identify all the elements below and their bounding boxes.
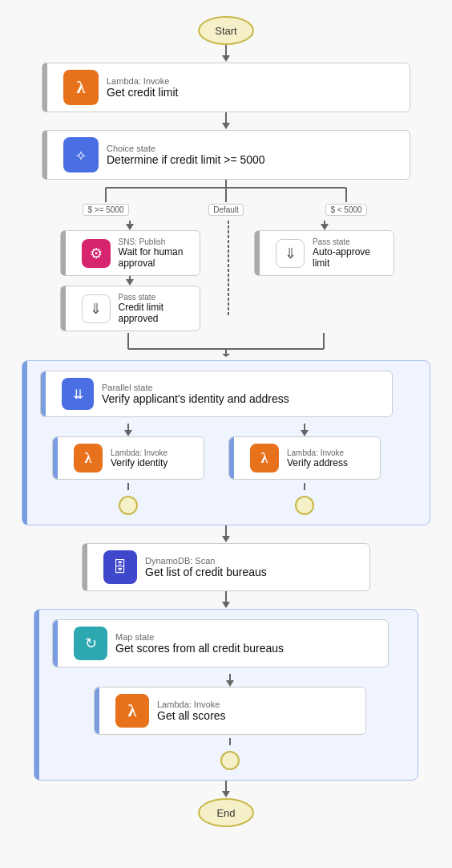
svg-marker-28 [222, 536, 230, 542]
pass-approved-top: Pass state [119, 293, 192, 302]
lambda-address-icon-box: λ [250, 444, 279, 473]
left-bar [42, 63, 47, 112]
choice-top: Choice state [107, 144, 265, 153]
dynamo-text: DynamoDB: Scan Get list of credit bureau… [145, 556, 267, 578]
svg-marker-15 [321, 224, 329, 230]
connector-to-end [220, 781, 232, 798]
branch-center: Default [178, 204, 274, 217]
svg-marker-22 [124, 430, 132, 436]
pass-approved-icon-box: ⇓ [82, 294, 111, 323]
lambda-get-credit-text: Lambda: Invoke Get credit limit [107, 76, 178, 99]
parallel-branches: λ Lambda: Invoke Verify identity [40, 424, 393, 515]
map-end-oval [220, 751, 240, 770]
choice-icon-box: ⟡ [63, 137, 99, 172]
svg-marker-35 [222, 791, 230, 797]
map-state-box[interactable]: ↻ Map state Get scores from all credit b… [52, 619, 389, 667]
parallel-top: Parallel state [102, 383, 289, 392]
lambda-get-credit-box[interactable]: λ Lambda: Invoke Get credit limit [42, 63, 410, 112]
workflow-diagram: Start λ Lambda: Invoke Get credit limit [0, 0, 452, 868]
svg-marker-1 [222, 55, 230, 62]
end-label: End [216, 807, 235, 819]
address-branch: λ Lambda: Invoke Verify address [228, 424, 381, 515]
parallel-state-box[interactable]: ⇊ Parallel state Verify applicant's iden… [40, 371, 393, 417]
identity-branch: λ Lambda: Invoke Verify identity [52, 424, 204, 515]
parallel-container: ⇊ Parallel state Verify applicant's iden… [22, 360, 430, 525]
sns-icon-box: ⚙ [82, 239, 111, 268]
parallel-icon: ⇊ [73, 387, 83, 402]
pass-auto-icon: ⇓ [285, 245, 297, 262]
lambda-get-credit-top: Lambda: Invoke [107, 76, 178, 86]
lambda-identity-icon: λ [85, 450, 92, 467]
svg-marker-20 [222, 354, 230, 357]
choice-main: Determine if credit limit >= 5000 [107, 153, 265, 166]
lambda-scores-icon: λ [128, 700, 137, 721]
merge-lines-svg [58, 333, 394, 357]
label-gte5000: $ >= 5000 [83, 204, 128, 216]
parallel-main: Verify applicant's identity and address [102, 392, 289, 405]
choice-state-box[interactable]: ⟡ Choice state Determine if credit limit… [42, 130, 410, 180]
branch-labels-row: $ >= 5000 Default $ < 5000 [58, 204, 394, 217]
lambda-get-credit-main: Get credit limit [107, 86, 178, 99]
address-end-oval [295, 496, 314, 515]
pass-approved-box[interactable]: ⇓ Pass state Credit limit approved [60, 286, 200, 331]
lambda-address-icon: λ [261, 450, 268, 467]
dynamodb-wrapper: 🗄 DynamoDB: Scan Get list of credit bure… [82, 543, 370, 609]
svg-marker-25 [301, 430, 309, 436]
dynamo-icon-box: 🗄 [103, 550, 137, 584]
sns-box[interactable]: ⚙ SNS: Publish Wait for human approval [60, 230, 200, 276]
pass-auto-box[interactable]: ⇓ Pass state Auto-approve limit [254, 230, 394, 276]
map-main: Get scores from all credit bureaus [115, 642, 284, 655]
map-top: Map state [115, 632, 284, 642]
left-bar-parallel [41, 371, 46, 416]
sns-text: SNS: Publish Wait for human approval [119, 237, 192, 269]
svg-marker-10 [126, 224, 134, 230]
svg-marker-12 [126, 279, 134, 286]
map-icon: ↻ [85, 635, 97, 652]
lambda-scores-box[interactable]: λ Lambda: Invoke Get all scores [94, 687, 366, 735]
start-label: Start [215, 25, 236, 37]
left-bar-identity [53, 437, 58, 479]
left-bar-dynamo [83, 544, 87, 590]
pass-auto-main: Auto-approve limit [313, 246, 385, 269]
connector-after-parallel [220, 525, 232, 543]
address-main: Verify address [287, 457, 348, 468]
svg-marker-3 [222, 123, 230, 129]
scores-top: Lambda: Invoke [157, 700, 226, 709]
left-bar-pass-approved [61, 286, 66, 331]
label-default: Default [208, 204, 244, 216]
map-left-bar [34, 610, 39, 780]
left-bar-choice [42, 131, 47, 179]
parallel-icon-box: ⇊ [62, 378, 94, 410]
map-container: ↻ Map state Get scores from all credit b… [34, 609, 418, 781]
lambda-identity-icon-box: λ [74, 444, 103, 473]
lambda-identity-box[interactable]: λ Lambda: Invoke Verify identity [52, 436, 204, 480]
branch-boxes-row: ⚙ SNS: Publish Wait for human approval ⇓ [58, 221, 394, 331]
choice-text: Choice state Determine if credit limit >… [107, 144, 265, 166]
map-inner-flow: λ Lambda: Invoke Get all scores [52, 674, 408, 770]
identity-end-oval [119, 496, 138, 515]
pass-auto-text: Pass state Auto-approve limit [313, 237, 385, 269]
branch-left: $ >= 5000 [58, 204, 154, 217]
branch-section: $ >= 5000 Default $ < 5000 ⚙ [26, 180, 426, 357]
scores-main: Get all scores [157, 709, 226, 722]
lambda-address-box[interactable]: λ Lambda: Invoke Verify address [228, 436, 381, 480]
sns-main: Wait for human approval [119, 246, 192, 269]
identity-top: Lambda: Invoke [111, 448, 167, 457]
pass-auto-top: Pass state [313, 237, 385, 246]
left-bar-address [229, 437, 234, 479]
pass-approved-main: Credit limit approved [119, 302, 192, 324]
sns-top: SNS: Publish [119, 237, 192, 246]
parallel-text: Parallel state Verify applicant's identi… [102, 383, 289, 405]
sns-branch: ⚙ SNS: Publish Wait for human approval ⇓ [58, 221, 202, 331]
parallel-left-bar [22, 361, 27, 525]
address-top: Lambda: Invoke [287, 448, 348, 457]
pass-auto-icon-box: ⇓ [276, 239, 305, 268]
lambda-icon-box: λ [63, 70, 99, 105]
lambda-scores-icon-box: λ [115, 694, 149, 728]
branch-lines-svg [58, 180, 394, 204]
dynamodb-box[interactable]: 🗄 DynamoDB: Scan Get list of credit bure… [82, 543, 370, 591]
center-branch-space [204, 221, 252, 317]
map-icon-box: ↻ [74, 627, 107, 660]
address-text: Lambda: Invoke Verify address [287, 448, 348, 468]
lambda-get-credit-wrapper: λ Lambda: Invoke Get credit limit [42, 63, 410, 130]
